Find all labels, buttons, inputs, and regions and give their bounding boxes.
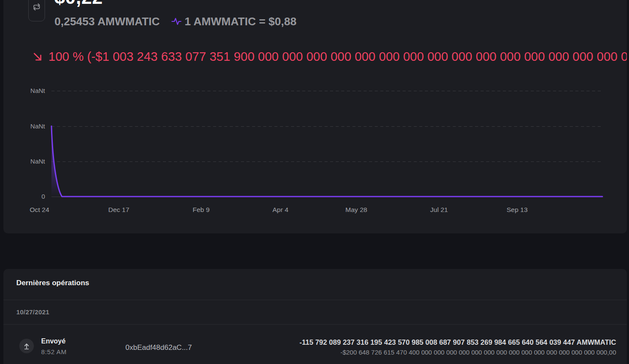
operations-date-header: 10/27/2021	[16, 308, 49, 316]
gridline	[51, 91, 602, 91]
x-axis-tick: Oct 24	[30, 206, 49, 214]
gridline	[51, 161, 602, 162]
operation-address: 0xbEadf48d62aC...7	[125, 343, 192, 352]
send-arrow-up-icon	[22, 342, 31, 350]
balance-chart-card: $0,22 0,25453 AMWMATIC 1 AMWMATIC = $0,8…	[3, 0, 627, 233]
balance-chart[interactable]: NaNt NaNt NaNt 0 Oct 24 Dec 17 Feb	[3, 0, 627, 233]
operation-type: Envoyé	[41, 337, 66, 346]
x-axis-tick: Dec 17	[108, 206, 129, 214]
operation-time: 8:52 AM	[41, 348, 66, 356]
send-icon-circle	[19, 339, 34, 353]
operations-title: Dernières opérations	[16, 278, 89, 288]
x-axis-tick: Apr 4	[272, 206, 288, 214]
operation-amount-crypto: -115 792 089 237 316 195 423 570 985 008…	[300, 337, 617, 347]
operation-amount-fiat: -$200 648 726 615 470 400 000 000 000 00…	[300, 348, 617, 357]
y-axis-tick: NaNt	[3, 122, 45, 130]
gridline	[51, 126, 602, 127]
operation-amounts: -115 792 089 237 316 195 423 570 985 008…	[300, 337, 617, 357]
balance-line-series	[3, 0, 627, 233]
x-axis-tick: Sep 13	[506, 206, 527, 214]
operation-row[interactable]: Envoyé 8:52 AM 0xbEadf48d62aC...7 -115 7…	[3, 324, 627, 364]
x-axis-tick: Feb 9	[193, 206, 210, 214]
operations-card: Dernières opérations 10/27/2021 Envoyé 8…	[3, 269, 627, 364]
account-page: $0,22 0,25453 AMWMATIC 1 AMWMATIC = $0,8…	[0, 0, 629, 364]
divider	[3, 300, 627, 300]
y-axis-tick: 0	[3, 193, 45, 200]
x-axis-tick: Jul 21	[430, 206, 448, 214]
y-axis-tick: NaNt	[3, 87, 45, 95]
y-axis-tick: NaNt	[3, 158, 45, 165]
x-axis-tick: May 28	[346, 206, 367, 214]
zero-axis-line	[51, 197, 602, 197]
